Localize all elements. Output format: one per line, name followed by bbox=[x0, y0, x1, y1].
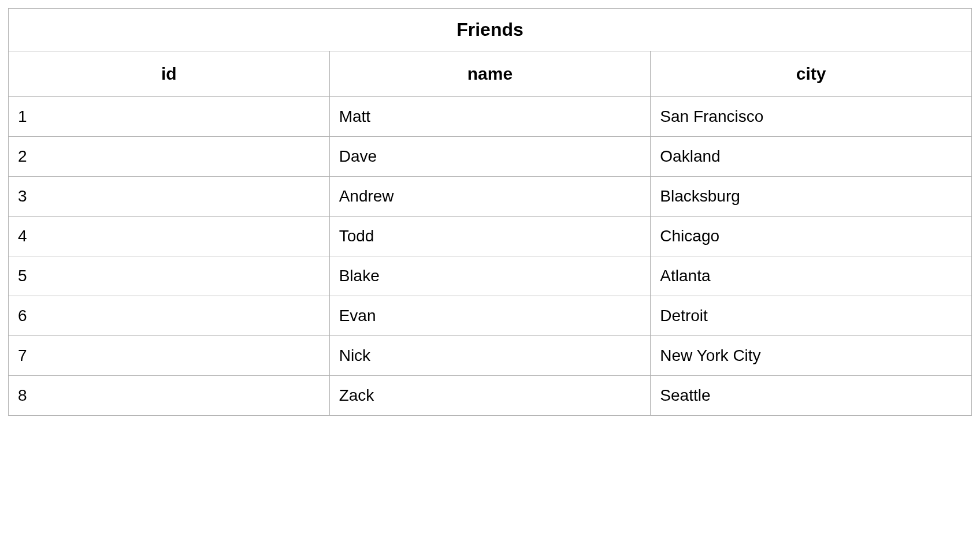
column-header-city: city bbox=[651, 51, 972, 97]
column-header-name: name bbox=[329, 51, 651, 97]
cell-city: Chicago bbox=[651, 217, 972, 256]
table-row: 1 Matt San Francisco bbox=[9, 97, 972, 137]
cell-id: 8 bbox=[9, 376, 330, 416]
cell-id: 4 bbox=[9, 217, 330, 256]
cell-city: Blacksburg bbox=[651, 177, 972, 217]
cell-name: Andrew bbox=[329, 177, 651, 217]
cell-city: Oakland bbox=[651, 137, 972, 177]
cell-id: 7 bbox=[9, 336, 330, 376]
cell-city: New York City bbox=[651, 336, 972, 376]
table-row: 2 Dave Oakland bbox=[9, 137, 972, 177]
cell-city: Detroit bbox=[651, 296, 972, 336]
cell-id: 6 bbox=[9, 296, 330, 336]
table-title: Friends bbox=[8, 8, 972, 51]
cell-id: 5 bbox=[9, 256, 330, 296]
cell-city: Atlanta bbox=[651, 256, 972, 296]
cell-name: Dave bbox=[329, 137, 651, 177]
table-row: 7 Nick New York City bbox=[9, 336, 972, 376]
cell-id: 3 bbox=[9, 177, 330, 217]
table-row: 4 Todd Chicago bbox=[9, 217, 972, 256]
table-row: 8 Zack Seattle bbox=[9, 376, 972, 416]
cell-name: Matt bbox=[329, 97, 651, 137]
cell-name: Evan bbox=[329, 296, 651, 336]
table-row: 6 Evan Detroit bbox=[9, 296, 972, 336]
cell-id: 1 bbox=[9, 97, 330, 137]
column-header-id: id bbox=[9, 51, 330, 97]
cell-name: Blake bbox=[329, 256, 651, 296]
friends-table: Friends id name city 1 Matt San Francisc… bbox=[8, 8, 972, 416]
table-row: 5 Blake Atlanta bbox=[9, 256, 972, 296]
table-row: 3 Andrew Blacksburg bbox=[9, 177, 972, 217]
cell-name: Nick bbox=[329, 336, 651, 376]
cell-name: Todd bbox=[329, 217, 651, 256]
cell-id: 2 bbox=[9, 137, 330, 177]
table-header-row: id name city bbox=[9, 51, 972, 97]
cell-city: San Francisco bbox=[651, 97, 972, 137]
cell-city: Seattle bbox=[651, 376, 972, 416]
cell-name: Zack bbox=[329, 376, 651, 416]
